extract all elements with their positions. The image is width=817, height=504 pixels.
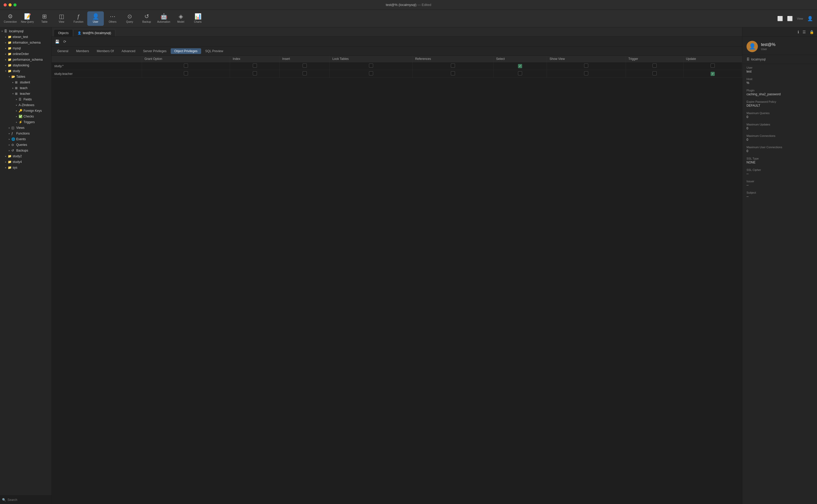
toolbar-table[interactable]: ⊞ Table: [36, 11, 53, 26]
toolbar-connection[interactable]: ⚙ Connection: [2, 11, 19, 26]
toolbar-function[interactable]: ƒ Function: [70, 11, 87, 26]
panel-toggle-icon[interactable]: ⬜: [786, 15, 794, 22]
toolbar-backup[interactable]: ↺ Backup: [138, 11, 155, 26]
checkbox-select[interactable]: [518, 71, 522, 75]
checkbox-show_view[interactable]: [584, 71, 588, 75]
tree-item-teacher[interactable]: ▾⊞teacher: [0, 91, 51, 97]
tree-item-teach[interactable]: ▸⊞teach: [0, 85, 51, 91]
tree-arrow-icon: ▸: [14, 104, 19, 106]
tree-item-student[interactable]: ▸⊞student: [0, 80, 51, 85]
tab-user-tab[interactable]: 👤test@% (localmysql): [73, 29, 116, 36]
toolbar-user[interactable]: 👤 User: [87, 11, 104, 26]
tree-item-fields[interactable]: ▸☰Fields: [0, 97, 51, 102]
tree-item-events[interactable]: ▸🌐Events: [0, 136, 51, 142]
toolbar-others[interactable]: ⋯ Others: [104, 11, 121, 26]
nav-tab-general[interactable]: General: [54, 48, 72, 54]
tree-item-label: sys: [13, 166, 49, 169]
list-icon[interactable]: ☰: [802, 29, 807, 35]
toolbar-model[interactable]: ◈ Model: [172, 11, 189, 26]
tree-item-performance_schema[interactable]: ▸📁performance_schema: [0, 57, 51, 62]
rp-field-label: Expire Password Policy: [747, 100, 813, 103]
checkbox-index[interactable]: [253, 71, 257, 75]
checkbox-insert[interactable]: [303, 71, 307, 75]
search-input[interactable]: [7, 498, 49, 502]
checkbox-grant_option[interactable]: [184, 64, 188, 68]
tree-item-staybooking[interactable]: ▸📁staybooking: [0, 62, 51, 68]
tree-item-triggers[interactable]: ▸⚡Triggers: [0, 119, 51, 125]
checkbox-references[interactable]: [451, 64, 455, 68]
checkbox-trigger[interactable]: [653, 71, 657, 75]
tree-item-study[interactable]: ▾📁study: [0, 68, 51, 74]
tree-item-checks[interactable]: ▸✅Checks: [0, 114, 51, 119]
tree-item-information_schema[interactable]: ▸📁information_schema: [0, 40, 51, 45]
toolbar-new-query[interactable]: 📝 New Query: [19, 11, 36, 26]
tree-item-study4[interactable]: ▸📁study4: [0, 159, 51, 165]
refresh-button[interactable]: ⟳: [61, 38, 68, 45]
rp-field-ssl-type: SSL Type NONE: [742, 155, 817, 166]
nav-tab-sql-preview[interactable]: SQL Preview: [202, 48, 227, 54]
cell-references: [412, 62, 493, 70]
rp-field-value: 0: [747, 127, 813, 130]
tree-item-queries[interactable]: ▸⊙Queries: [0, 142, 51, 148]
checkbox-lock_tables[interactable]: [369, 71, 373, 75]
tree-item-foreign-keys[interactable]: ▸🔑Foreign Keys: [0, 108, 51, 114]
lock-icon[interactable]: 🔒: [808, 29, 815, 35]
checkbox-trigger[interactable]: [653, 64, 657, 68]
minimize-button[interactable]: [9, 3, 12, 6]
tree-item-label: Checks: [23, 115, 49, 118]
maximize-button[interactable]: [13, 3, 17, 6]
checkbox-update[interactable]: [711, 64, 715, 68]
toolbar-automation[interactable]: 🤖 Automation: [155, 11, 172, 26]
nav-tab-members-of[interactable]: Members Of: [93, 48, 117, 54]
sidebar-toggle-icon[interactable]: ⬜: [776, 15, 784, 22]
row-name: study.*: [52, 62, 142, 70]
user-display-name: test@%: [761, 42, 775, 47]
info-icon[interactable]: ℹ: [797, 29, 800, 35]
toolbar-view[interactable]: ◫ View: [53, 11, 70, 26]
nav-tab-server-privileges[interactable]: Server Privileges: [139, 48, 170, 54]
rp-field-label: Subject: [747, 191, 813, 194]
checkbox-references[interactable]: [451, 71, 455, 75]
checkbox-update[interactable]: [711, 72, 715, 76]
tree-item-icon: ⊞: [15, 92, 19, 96]
table-icon: ⊞: [42, 14, 47, 19]
tab-objects[interactable]: Objects: [54, 29, 73, 36]
tree-item-label: study4: [13, 160, 49, 164]
checkbox-select[interactable]: [518, 64, 522, 68]
tree-item-tables[interactable]: ▾📂Tables: [0, 74, 51, 80]
rp-field-value: test: [747, 70, 813, 73]
user-avatar-icon[interactable]: 👤: [806, 15, 814, 22]
tree-item-mysql[interactable]: ▸📁mysql: [0, 45, 51, 51]
tree-item-backups[interactable]: ▸↺Backups: [0, 148, 51, 153]
tree-item-icon: ✅: [19, 115, 23, 118]
tree-arrow-icon: ▸: [4, 41, 8, 44]
tree-item-functions[interactable]: ▸ƒFunctions: [0, 131, 51, 136]
tree-item-views[interactable]: ▸◫Views: [0, 125, 51, 131]
checkbox-grant_option[interactable]: [184, 71, 188, 75]
checkbox-lock_tables[interactable]: [369, 64, 373, 68]
tree-item-ebean_test[interactable]: ▸📁ebean_test: [0, 34, 51, 40]
checkbox-insert[interactable]: [303, 64, 307, 68]
tree-item-indexes[interactable]: ▸A-ZIndexes: [0, 102, 51, 108]
checkbox-show_view[interactable]: [584, 64, 588, 68]
nav-tab-object-privileges[interactable]: Object Privileges: [171, 48, 201, 54]
tree-item-sys[interactable]: ▸📁sys: [0, 165, 51, 170]
toolbar-query[interactable]: ⊙ Query: [121, 11, 138, 26]
save-button[interactable]: 💾: [54, 38, 60, 45]
tree-item-localmysql[interactable]: ▾🗄localmysql: [0, 28, 51, 34]
table-row: study.*: [52, 62, 742, 70]
nav-tab-members[interactable]: Members: [73, 48, 93, 54]
nav-tab-advanced[interactable]: Advanced: [118, 48, 139, 54]
close-button[interactable]: [4, 3, 7, 6]
tree-item-label: Foreign Keys: [23, 109, 49, 113]
checkbox-index[interactable]: [253, 64, 257, 68]
sidebar-tree: ▾🗄localmysql▸📁ebean_test▸📁information_sc…: [0, 27, 51, 495]
tree-item-label: Fields: [23, 98, 49, 101]
tree-item-onlineorder[interactable]: ▸📁onlineOrder: [0, 51, 51, 57]
cell-index: [230, 62, 280, 70]
tree-item-study2[interactable]: ▸📁study2: [0, 153, 51, 159]
backup-icon: ↺: [144, 14, 149, 19]
tree-item-icon: 📁: [8, 160, 12, 164]
toolbar-charts[interactable]: 📊 Charts: [190, 11, 206, 26]
rp-field-ssl-cipher: SSL Cipher --: [742, 166, 817, 178]
